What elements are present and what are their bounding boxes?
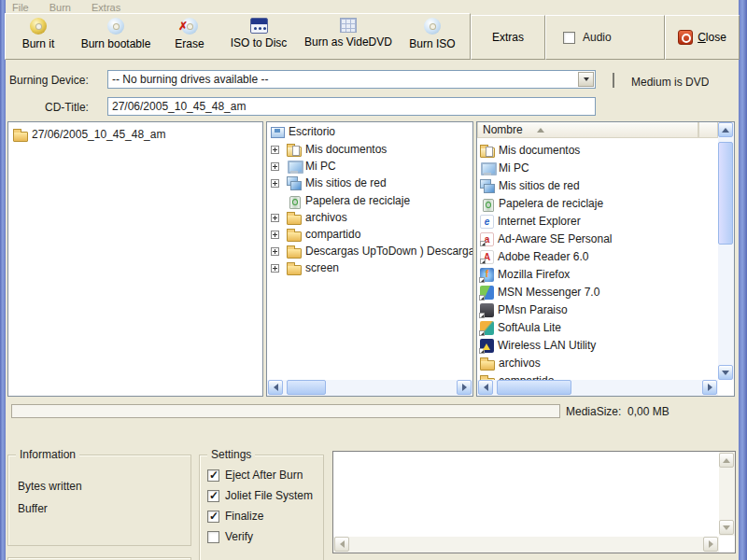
option-joliet-file-system[interactable]: Joliet File System xyxy=(207,489,313,502)
media-size-bar xyxy=(11,404,560,418)
expand-plus-icon[interactable] xyxy=(271,247,279,256)
folder-icon xyxy=(287,265,302,275)
scroll-thumb[interactable] xyxy=(287,380,326,395)
option-verify[interactable]: Verify xyxy=(207,530,253,543)
network-icon xyxy=(287,176,302,190)
tree-item-descargas[interactable]: Descargas UpToDown ) Descarga xyxy=(271,243,473,259)
scroll-left-button[interactable] xyxy=(478,380,493,395)
expand-plus-icon[interactable] xyxy=(271,264,279,273)
expand-plus-icon[interactable] xyxy=(271,162,279,171)
menu-extras[interactable]: Extras xyxy=(89,2,123,13)
log-vscrollbar[interactable] xyxy=(719,452,735,536)
tree-item-mis-documentos[interactable]: Mis documentos xyxy=(271,141,387,158)
expand-plus-icon[interactable] xyxy=(271,179,279,188)
finalize-checkbox[interactable] xyxy=(207,511,219,523)
list-item[interactable]: PMsn Paraiso xyxy=(480,301,568,318)
burning-device-label: Burning Device: xyxy=(9,71,103,90)
settings-title: Settings xyxy=(207,448,255,461)
erase-button[interactable]: Erase xyxy=(161,14,218,57)
recycle-bin-icon xyxy=(287,194,302,208)
medium-is-dvd-label: Medium is DVD xyxy=(631,73,709,91)
audio-label: Audio xyxy=(583,31,612,44)
burn-iso-button[interactable]: Burn ISO xyxy=(398,14,467,57)
audio-checkbox[interactable] xyxy=(563,32,575,44)
firefox-icon: f xyxy=(480,268,494,282)
medium-is-dvd-checkbox[interactable] xyxy=(613,73,614,88)
iso-to-disc-button[interactable]: ISO to Disc xyxy=(218,14,299,57)
scroll-down-button[interactable] xyxy=(718,365,733,380)
scroll-left-button[interactable] xyxy=(268,380,283,395)
scroll-down-button[interactable] xyxy=(719,520,734,535)
list-item[interactable]: archivos xyxy=(480,355,541,371)
burn-it-button[interactable]: Burn it xyxy=(6,14,71,57)
file-list-vscrollbar[interactable] xyxy=(718,122,734,380)
list-item[interactable]: Mis sitios de red xyxy=(480,177,580,194)
audio-panel: Audio xyxy=(545,15,665,60)
list-item[interactable]: fMozilla Firefox xyxy=(480,266,570,283)
list-item[interactable]: MSN Messenger 7.0 xyxy=(480,284,599,301)
desktop-icon xyxy=(270,125,285,139)
scroll-right-button[interactable] xyxy=(457,380,472,395)
column-header-empty[interactable] xyxy=(698,122,718,138)
scroll-thumb[interactable] xyxy=(497,380,571,395)
joliet-file-system-checkbox[interactable] xyxy=(207,490,219,502)
expand-plus-icon[interactable] xyxy=(271,146,279,154)
wireless-lan-icon xyxy=(480,339,494,353)
erase-disc-icon xyxy=(181,18,198,35)
log-hscrollbar[interactable] xyxy=(333,537,719,553)
compilation-panel[interactable]: 27/06/2005_10_45_48_am xyxy=(7,121,263,397)
list-item[interactable]: AAdobe Reader 6.0 xyxy=(480,248,588,265)
tree-item-archivos[interactable]: archivos xyxy=(271,209,347,226)
cd-title-input[interactable]: 27/06/2005_10_45_48_am xyxy=(107,97,596,116)
list-item[interactable]: Wireless LAN Utility xyxy=(480,337,596,354)
softaula-icon xyxy=(480,321,494,335)
option-eject-after-burn[interactable]: Eject After Burn xyxy=(207,469,303,482)
file-list-panel[interactable]: Nombre Mis documentos Mi PC Mis sitios d… xyxy=(476,121,735,397)
scroll-up-button[interactable] xyxy=(719,453,734,468)
file-list-hscrollbar[interactable] xyxy=(477,380,718,396)
chevron-down-icon xyxy=(584,77,589,81)
scroll-right-button[interactable] xyxy=(703,537,718,552)
list-item[interactable]: eInternet Explorer xyxy=(480,213,581,230)
close-button[interactable]: Close xyxy=(665,15,740,60)
tree-hscrollbar[interactable] xyxy=(267,380,472,396)
log-textarea[interactable] xyxy=(332,451,736,553)
scroll-up-button[interactable] xyxy=(718,122,733,137)
tree-root-escritorio[interactable]: Escritorio xyxy=(270,123,335,140)
menu-burn[interactable]: Burn xyxy=(47,2,74,13)
internet-explorer-icon: e xyxy=(480,215,494,229)
list-item[interactable]: Papelera de reciclaje xyxy=(480,195,603,212)
menu-file[interactable]: File xyxy=(9,2,32,13)
recycle-bin-icon xyxy=(480,197,495,211)
scroll-thumb[interactable] xyxy=(718,142,733,245)
burning-device-combobox[interactable]: -- No burning drives available -- xyxy=(107,70,596,89)
tree-item-papelera[interactable]: Papelera de reciclaje xyxy=(283,192,410,209)
scroll-left-button[interactable] xyxy=(334,537,349,552)
bytes-written-label: Bytes written xyxy=(18,480,82,493)
tree-item-mis-sitios-de-red[interactable]: Mis sitios de red xyxy=(271,175,387,191)
option-finalize[interactable]: Finalize xyxy=(207,510,263,523)
folder-icon xyxy=(13,132,28,142)
list-item[interactable]: Mis documentos xyxy=(480,142,580,159)
tree-item-screen[interactable]: screen xyxy=(271,259,339,276)
column-header-nombre[interactable]: Nombre xyxy=(477,122,698,138)
tree-item-compartido[interactable]: compartido xyxy=(271,226,360,243)
burn-bootable-button[interactable]: Burn bootable xyxy=(71,14,161,57)
settings-groupbox: Settings Eject After Burn Joliet File Sy… xyxy=(199,455,324,560)
list-item[interactable]: aAd-Aware SE Personal xyxy=(480,231,613,247)
combo-dropdown-button[interactable] xyxy=(578,72,594,87)
list-item[interactable]: SoftAula Lite xyxy=(480,319,561,336)
burn-as-videdvd-button[interactable]: Burn as VideDVD xyxy=(299,14,398,57)
verify-checkbox[interactable] xyxy=(207,531,219,543)
expand-plus-icon[interactable] xyxy=(271,214,279,222)
extras-button[interactable]: Extras xyxy=(471,15,545,60)
iso-drive-icon xyxy=(250,18,268,34)
eject-after-burn-checkbox[interactable] xyxy=(207,469,219,482)
scroll-right-button[interactable] xyxy=(702,380,717,395)
expand-plus-icon[interactable] xyxy=(271,231,279,239)
list-item[interactable]: Mi PC xyxy=(480,160,529,176)
tree-item-mi-pc[interactable]: Mi PC xyxy=(271,158,336,175)
burning-device-value: -- No burning drives available -- xyxy=(112,73,268,86)
compilation-root-item[interactable]: 27/06/2005_10_45_48_am xyxy=(13,126,165,143)
desktop-tree-panel[interactable]: Escritorio Mis documentos Mi PC Mis siti… xyxy=(266,121,473,397)
